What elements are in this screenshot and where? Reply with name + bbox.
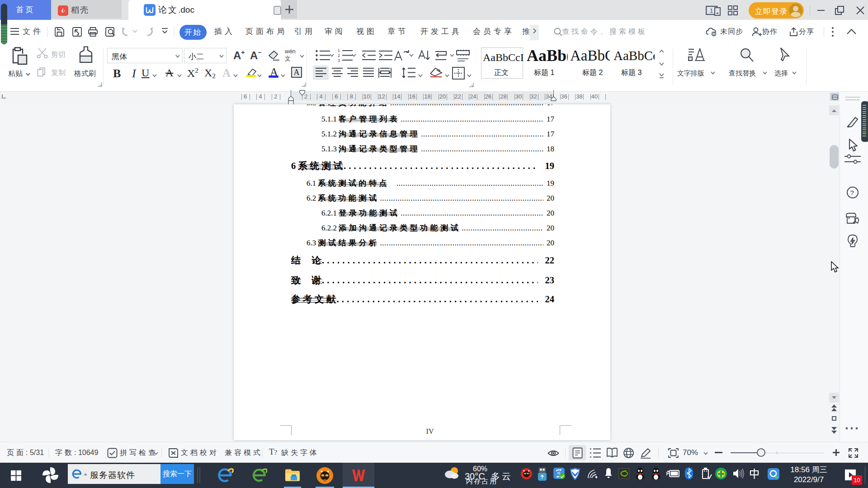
svg-text:3: 3: [338, 58, 340, 62]
svg-text:2: 2: [338, 53, 340, 58]
svg-text:1: 1: [338, 48, 340, 53]
svg-text:?: ?: [850, 189, 854, 197]
svg-text:1: 1: [710, 7, 713, 14]
